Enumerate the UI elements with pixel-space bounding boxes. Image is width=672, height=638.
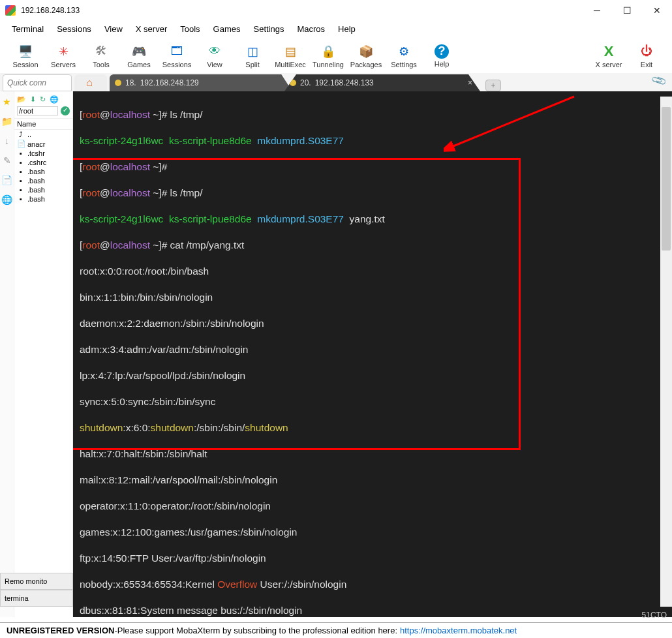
toolbar: 🖥️Session ✳Servers 🛠Tools 🎮Games 🗔Sessio… [0,37,672,73]
tab-row: ⌂ 18. 192.168.248.129 20. 192.168.248.13… [0,73,672,91]
toolbar-view[interactable]: 👁View [196,44,234,68]
edit-icon[interactable]: ✎ [3,155,11,166]
file-item[interactable]: ▪.bash [14,176,72,185]
toolbar-session[interactable]: 🖥️Session [7,44,44,68]
menu-macros[interactable]: Macros [290,23,331,35]
watermark-text: 51CTO [642,611,667,620]
menu-games[interactable]: Games [207,23,247,35]
toolbar-exit[interactable]: ⏻Exit [628,44,665,68]
terminal-button[interactable]: termina [0,590,73,607]
new-tab-button[interactable]: + [485,80,501,91]
toolbar-split[interactable]: ◫Split [234,44,271,68]
menu-terminal[interactable]: Terminal [5,23,50,35]
file-panel: 📂 ⬇ ↻ 🌐 /root✓ Name ⤴..📄anacr▪.tcshr▪.cs… [14,91,73,617]
toolbar-settings[interactable]: ⚙Settings [385,44,423,68]
file-item[interactable]: ▪.tcshr [14,149,72,158]
path-ok-icon: ✓ [61,106,70,115]
servers-icon: ✳ [55,44,71,59]
download-icon[interactable]: ⬇ [30,95,36,104]
file-item[interactable]: 📄anacr [14,139,72,149]
menu-settings[interactable]: Settings [247,23,291,35]
terminal-pane[interactable]: [root@localhost ~]# ls /tmp/ ks-script-2… [73,91,672,617]
menu-tools[interactable]: Tools [174,23,206,35]
scrollbar-thumb[interactable] [662,107,671,251]
toolbar-help[interactable]: ?Help [423,44,461,68]
exit-icon: ⏻ [639,44,654,59]
file-type-icon: 📄 [17,140,25,148]
file-item[interactable]: ▪.bash [14,194,72,204]
status-dot-icon [115,80,121,86]
toolbar-tools[interactable]: 🛠Tools [82,44,120,68]
session-icon: 🖥️ [18,44,33,59]
tab-session-18[interactable]: 18. 192.168.248.129 [110,74,292,91]
toolbar-packages[interactable]: 📦Packages [347,44,385,68]
tunneling-icon: 🔒 [320,44,336,59]
menu-help[interactable]: Help [331,23,362,35]
side-icon-bar: ★ 📁 ↓ ✎ 📄 🌐 [0,91,14,617]
sessions-icon: 🗔 [169,44,185,59]
file-icon[interactable]: 📄 [1,175,12,185]
status-bar: UNREGISTERED VERSION - Please support Mo… [0,622,672,638]
globe-icon[interactable]: 🌐 [50,95,59,104]
minimize-button[interactable]: ─ [582,0,612,21]
toolbar-tunneling[interactable]: 🔒Tunneling [309,44,347,68]
home-icon: ⌂ [86,77,93,89]
file-type-icon: ▪ [17,186,25,194]
file-item[interactable]: ▪.bash [14,167,72,176]
file-type-icon: ▪ [17,168,25,175]
file-type-icon: ▪ [17,159,25,166]
window-title: 192.168.248.133 [21,6,582,15]
settings-icon: ⚙ [396,44,412,59]
status-dot-icon [290,80,296,86]
refresh-icon[interactable]: ↻ [40,95,46,104]
menu-bar: Terminal Sessions View X server Tools Ga… [0,21,672,37]
file-type-icon: ▪ [17,177,25,185]
view-icon: 👁 [207,44,222,59]
toolbar-games[interactable]: 🎮Games [120,44,158,68]
remote-monitor-button[interactable]: Remo monito [0,573,73,590]
help-icon: ? [435,44,449,59]
file-type-icon: ▪ [17,149,25,157]
folder-open-icon[interactable]: 📂 [17,95,26,104]
tools-icon: 🛠 [93,44,109,59]
toolbar-xserver[interactable]: XX server [590,44,628,68]
file-type-icon: ⤴ [17,130,25,138]
path-field[interactable]: /root [17,106,58,115]
paperclip-icon[interactable]: 📎 [650,72,668,89]
app-icon [5,5,16,16]
split-icon: ◫ [245,44,260,59]
globe-icon[interactable]: 🌐 [1,194,12,205]
menu-view[interactable]: View [98,23,129,35]
packages-icon: 📦 [358,44,374,59]
unregistered-label: UNREGISTERED VERSION [7,626,114,635]
tab-close-icon[interactable]: × [468,78,472,87]
games-icon: 🎮 [131,44,147,59]
file-item[interactable]: ▪.cshrc [14,158,72,167]
menu-xserver[interactable]: X server [129,23,174,35]
file-header-name[interactable]: Name [14,118,72,130]
tab-home[interactable]: ⌂ [74,74,107,91]
folder-icon[interactable]: 📁 [1,116,12,127]
download-icon[interactable]: ↓ [5,136,9,146]
file-item[interactable]: ▪.bash [14,185,72,194]
xserver-icon: X [601,44,617,59]
quick-connect-input[interactable] [3,74,72,91]
toolbar-sessions[interactable]: 🗔Sessions [158,44,196,68]
star-icon[interactable]: ★ [3,97,11,107]
window-titlebar: 192.168.248.133 ─ ☐ ✕ [0,0,672,21]
menu-sessions[interactable]: Sessions [50,23,98,35]
maximize-button[interactable]: ☐ [612,0,642,21]
mobaxterm-link[interactable]: https://mobaxterm.mobatek.net [400,626,517,635]
toolbar-multiexec[interactable]: ▤MultiExec [271,44,309,68]
toolbar-servers[interactable]: ✳Servers [44,44,82,68]
file-type-icon: ▪ [17,195,25,203]
file-item[interactable]: ⤴.. [14,130,72,139]
multiexec-icon: ▤ [283,44,298,59]
vertical-scrollbar[interactable] [660,97,672,607]
close-button[interactable]: ✕ [642,0,672,21]
tab-session-20[interactable]: 20. 192.168.248.133 × [284,74,480,91]
status-message: Please support MobaXterm by subscribing … [117,626,397,635]
